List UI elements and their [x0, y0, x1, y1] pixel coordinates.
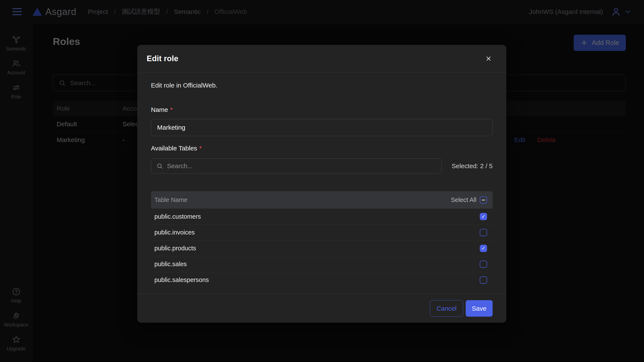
table-name: public.products [154, 245, 196, 252]
select-all-checkbox[interactable] [480, 196, 487, 204]
column-table-name: Table Name [154, 196, 188, 203]
table-name: public.invoices [154, 229, 195, 236]
modal-body: Edit role in OfficialWeb. Name* Availabl… [137, 72, 506, 294]
tables-search [151, 158, 442, 174]
table-row: public.invoices ✓ [151, 224, 492, 240]
select-all: Select All [451, 196, 487, 204]
indeterminate-icon [482, 200, 485, 200]
close-button[interactable] [482, 53, 494, 65]
table-name: public.customers [154, 213, 201, 220]
search-icon [156, 163, 163, 169]
table-row: public.customers ✓ [151, 209, 492, 224]
save-button[interactable]: Save [466, 300, 492, 317]
row-checkbox[interactable]: ✓ [480, 213, 487, 220]
row-checkbox[interactable]: ✓ [480, 276, 487, 284]
tables-search-input[interactable] [167, 162, 436, 170]
table-name: public.salespersons [154, 276, 209, 283]
modal-footer: Cancel Save [137, 294, 506, 323]
check-icon: ✓ [481, 214, 485, 219]
tables-list-header: Table Name Select All [151, 191, 492, 209]
required-asterisk: * [199, 145, 202, 152]
table-row: public.salespersons ✓ [151, 272, 492, 288]
required-asterisk: * [170, 106, 173, 113]
table-row: public.products ✓ [151, 240, 492, 256]
table-name: public.sales [154, 261, 187, 268]
table-row: public.sales ✓ [151, 256, 492, 272]
tables-list: Table Name Select All public.customers [151, 191, 492, 288]
check-icon: ✓ [481, 246, 485, 251]
cancel-button[interactable]: Cancel [430, 300, 463, 317]
name-label: Name* [151, 106, 492, 113]
row-checkbox[interactable]: ✓ [480, 229, 487, 236]
edit-role-modal: Edit role Edit role in OfficialWeb. Name… [137, 45, 506, 323]
tables-rows: public.customers ✓ public.invoices ✓ [151, 209, 492, 288]
selected-count: Selected: 2 / 5 [452, 162, 492, 170]
available-tables-label: Available Tables* [151, 145, 492, 152]
row-checkbox[interactable]: ✓ [480, 261, 487, 268]
row-checkbox[interactable]: ✓ [480, 245, 487, 252]
modal-title: Edit role [147, 54, 178, 63]
modal-description: Edit role in OfficialWeb. [151, 82, 492, 89]
modal-header: Edit role [137, 45, 506, 72]
close-icon [485, 55, 492, 62]
app-root: Asgard Project / 測試語意模型 / Semantic / Off… [0, 0, 644, 362]
name-field[interactable] [151, 119, 492, 136]
